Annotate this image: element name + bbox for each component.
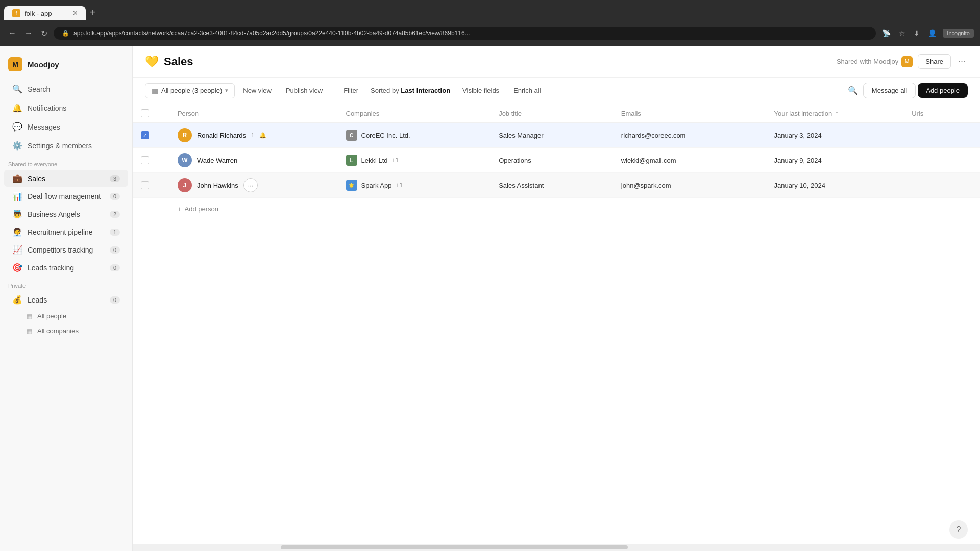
row1-companies-cell[interactable]: C CoreEC Inc. Ltd.: [338, 123, 491, 148]
sidebar-item-settings[interactable]: ⚙️ Settings & members: [4, 137, 128, 155]
main-header: 💛 Sales Shared with Moodjoy M Share ···: [133, 46, 980, 78]
brand-area: M Moodjoy: [0, 52, 132, 80]
bookmark-icon[interactable]: ☆: [897, 27, 908, 39]
row2-jobtitle: Operations: [499, 157, 531, 164]
row2-person-cell[interactable]: W Wade Warren: [169, 148, 338, 173]
notifications-label: Notifications: [28, 104, 66, 112]
forward-button[interactable]: →: [22, 27, 35, 40]
sidebar-item-all-people[interactable]: ▦ All people: [4, 309, 128, 323]
row1-company-name: CoreEC Inc. Ltd.: [361, 132, 410, 139]
row3-action-button[interactable]: ···: [243, 178, 258, 192]
chevron-down-icon: ▾: [225, 87, 228, 94]
sidebar-item-leads-tracking[interactable]: 🎯 Leads tracking 0: [4, 259, 128, 276]
search-label: Search: [28, 85, 50, 93]
sales-label: Sales: [28, 174, 45, 183]
search-button[interactable]: 🔍: [845, 83, 861, 98]
bell-icon: 🔔: [12, 103, 22, 113]
add-icon: +: [178, 205, 182, 213]
row1-urls-cell: [903, 123, 980, 148]
sales-badge: 3: [110, 175, 120, 182]
leads-tracking-badge: 0: [110, 264, 120, 271]
row1-company: C CoreEC Inc. Ltd.: [346, 130, 483, 141]
search-icon: 🔍: [12, 84, 22, 94]
enrich-all-button[interactable]: Enrich all: [507, 84, 547, 97]
select-all-checkbox[interactable]: [141, 109, 149, 117]
new-tab-button[interactable]: +: [86, 5, 100, 20]
settings-label: Settings & members: [28, 142, 92, 150]
row2-interaction-cell: January 9, 2024: [766, 148, 903, 173]
row1-checkbox[interactable]: ✓: [141, 131, 149, 139]
sidebar-item-sales[interactable]: 💼 Sales 3: [4, 170, 128, 187]
tab-favicon: f: [12, 9, 20, 17]
filter-button[interactable]: Filter: [337, 84, 364, 97]
sidebar-item-deal-flow[interactable]: 📊 Deal flow management 0: [4, 188, 128, 205]
sidebar-item-notifications[interactable]: 🔔 Notifications: [4, 99, 128, 117]
more-options-button[interactable]: ···: [956, 54, 968, 69]
recruitment-label: Recruitment pipeline: [28, 228, 93, 236]
sidebar-item-recruitment[interactable]: 🧑‍💼 Recruitment pipeline 1: [4, 223, 128, 240]
all-people-icon: ▦: [27, 313, 32, 320]
row2-checkbox[interactable]: [141, 156, 149, 164]
row3-interaction-cell: January 10, 2024: [766, 173, 903, 198]
brand-icon: M: [8, 57, 22, 71]
sidebar-item-competitors[interactable]: 📈 Competitors tracking 0: [4, 241, 128, 258]
sidebar: M Moodjoy 🔍 Search 🔔 Notifications 💬 Mes…: [0, 46, 133, 551]
sidebar-item-all-companies[interactable]: ▦ All companies: [4, 324, 128, 338]
scrollbar-thumb[interactable]: [281, 545, 628, 549]
row3-person: J John Hawkins ···: [178, 178, 330, 192]
message-all-button[interactable]: Message all: [863, 83, 916, 98]
sidebar-item-messages[interactable]: 💬 Messages: [4, 118, 128, 136]
new-view-button[interactable]: New view: [237, 84, 278, 97]
deal-flow-icon: 📊: [12, 191, 22, 201]
deal-flow-label: Deal flow management: [28, 192, 101, 201]
all-companies-icon: ▦: [27, 328, 32, 335]
all-people-label: All people: [37, 312, 66, 320]
row1-person-cell[interactable]: R Ronald Richards 1 🔔: [169, 123, 338, 148]
address-bar[interactable]: 🔒 app.folk.app/apps/contacts/network/cca…: [54, 27, 876, 40]
incognito-badge: Incognito: [943, 29, 974, 38]
sorted-by: Sorted by Last interaction: [366, 84, 454, 97]
messages-label: Messages: [28, 123, 60, 131]
deal-flow-badge: 0: [110, 193, 120, 200]
row2-checkbox-cell[interactable]: [133, 148, 169, 173]
add-people-button[interactable]: Add people: [918, 83, 968, 98]
active-tab[interactable]: f folk - app ×: [4, 6, 86, 20]
row1-checkbox-cell[interactable]: ✓: [133, 123, 169, 148]
add-person-button[interactable]: + Add person: [178, 203, 218, 215]
add-person-cell: + Add person: [169, 198, 980, 220]
navigation-bar: ← → ↻ 🔒 app.folk.app/apps/contacts/netwo…: [0, 20, 980, 46]
horizontal-scrollbar[interactable]: [133, 544, 980, 551]
share-button[interactable]: Share: [918, 54, 951, 69]
row2-company-avatar: L: [346, 155, 357, 166]
competitors-icon: 📈: [12, 245, 22, 255]
sidebar-item-leads[interactable]: 💰 Leads 0: [4, 291, 128, 308]
view-selector[interactable]: ▦ All people (3 people) ▾: [145, 83, 235, 98]
row3-checkbox[interactable]: [141, 181, 149, 189]
download-icon[interactable]: ⬇: [912, 27, 922, 39]
row3-person-cell[interactable]: J John Hawkins ···: [169, 173, 338, 198]
row1-person: R Ronald Richards 1 🔔: [178, 128, 330, 142]
row2-avatar: W: [178, 153, 192, 167]
publish-view-button[interactable]: Publish view: [280, 84, 329, 97]
row3-companies-cell[interactable]: 🌟 Spark App +1: [338, 173, 491, 198]
row2-company-more: +1: [392, 157, 399, 164]
back-button[interactable]: ←: [6, 27, 18, 40]
row2-company-name: Lekki Ltd: [361, 157, 388, 164]
business-angels-badge: 2: [110, 211, 120, 218]
row3-checkbox-cell[interactable]: [133, 173, 169, 198]
reload-button[interactable]: ↻: [39, 27, 50, 40]
row1-jobtitle: Sales Manager: [499, 132, 543, 139]
row3-jobtitle-cell: Sales Assistant: [491, 173, 613, 198]
cast-icon[interactable]: 📡: [880, 27, 893, 39]
profile-icon[interactable]: 👤: [926, 27, 939, 39]
sidebar-item-search[interactable]: 🔍 Search: [4, 80, 128, 98]
row3-urls-cell: [903, 173, 980, 198]
visible-fields-button[interactable]: Visible fields: [456, 84, 505, 97]
sort-arrow-icon: ↑: [835, 110, 838, 117]
tab-close-button[interactable]: ×: [73, 9, 78, 17]
toolbar-divider: [333, 86, 333, 96]
sidebar-item-business-angels[interactable]: 👼 Business Angels 2: [4, 206, 128, 222]
help-button[interactable]: ?: [949, 520, 968, 539]
row2-companies-cell[interactable]: L Lekki Ltd +1: [338, 148, 491, 173]
select-all-header[interactable]: [133, 104, 169, 123]
